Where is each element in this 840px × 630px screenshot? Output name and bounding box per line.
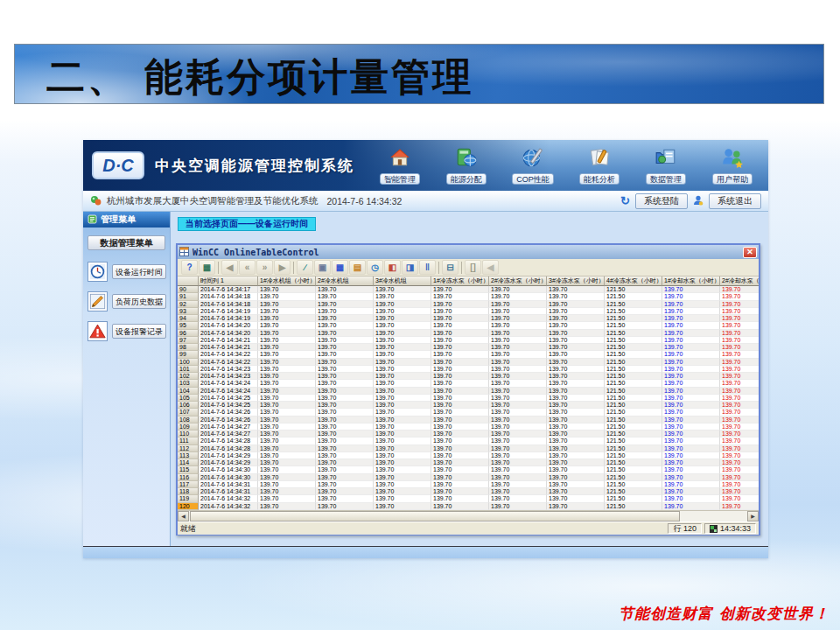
scroll-left-icon[interactable]: ◀	[178, 511, 189, 522]
fast-back-icon[interactable]: «	[239, 260, 256, 275]
export-data-icon[interactable]: ◧	[384, 260, 401, 275]
table-row[interactable]: 932014-7-6 14:34:19139.70139.70139.70139…	[178, 308, 759, 315]
scrollbar-thumb[interactable]	[190, 511, 680, 522]
import-data-icon[interactable]: ◨	[402, 260, 418, 275]
value-cell: 139.70	[374, 424, 431, 430]
nav-item-user-help[interactable]: 用户帮助	[705, 146, 760, 185]
column-header[interactable]: 1#冷冻水泵（小时）	[431, 276, 489, 286]
fast-forward-icon[interactable]: »	[256, 260, 273, 275]
value-cell: 139.70	[431, 488, 489, 495]
nav-item-energy-distribution[interactable]: 能源分配	[439, 146, 494, 185]
value-cell: 139.70	[662, 438, 720, 444]
sidebar-item-pencil[interactable]: 负荷历史数据	[88, 291, 166, 312]
sidebar-menu-title[interactable]: 数据管理菜单	[88, 235, 165, 250]
nav-item-cop-performance[interactable]: COP性能	[506, 146, 560, 185]
table-row[interactable]: 1142014-7-6 14:34:29139.70139.70139.7013…	[178, 459, 759, 466]
column-header[interactable]: 1#冷却水泵（小时）	[662, 276, 720, 286]
scroll-right-icon[interactable]: ▶	[747, 511, 759, 522]
time-base-icon[interactable]: ▤	[349, 260, 366, 275]
close-icon[interactable]: ✕	[743, 247, 757, 258]
time-cell: 2014-7-6 14:34:30	[199, 474, 258, 481]
value-cell: 121.50	[605, 315, 662, 322]
system-logout-button[interactable]: 系统退出	[709, 193, 761, 209]
value-cell: 139.70	[374, 344, 431, 351]
nav-item-home[interactable]: 智能管理	[373, 146, 427, 185]
column-header[interactable]: 2#冷却水泵（小时）	[720, 276, 759, 286]
table-row[interactable]: 992014-7-6 14:34:22139.70139.70139.70139…	[178, 351, 759, 358]
value-cell: 139.70	[489, 301, 547, 308]
pause-icon[interactable]: ‖	[419, 260, 436, 275]
sidebar-item-alarm-triangle[interactable]: 设备报警记录	[88, 321, 166, 341]
last-record-icon[interactable]: ▶	[274, 260, 290, 275]
value-cell: 139.70	[258, 424, 316, 430]
value-cell: 139.70	[662, 402, 720, 409]
table-row[interactable]: 1202014-7-6 14:34:32139.70139.70139.7013…	[178, 503, 759, 510]
table-row[interactable]: 1152014-7-6 14:34:30139.70139.70139.7013…	[178, 466, 759, 473]
table-row[interactable]: 1042014-7-6 14:34:24139.70139.70139.7013…	[178, 388, 759, 395]
table-row[interactable]: 1022014-7-6 14:34:23139.70139.70139.7013…	[178, 373, 759, 380]
column-header[interactable]: 4#冷冻水泵（小时）	[605, 276, 662, 286]
table-row[interactable]: 1162014-7-6 14:34:30139.70139.70139.7013…	[178, 474, 759, 481]
sidebar-item-clock[interactable]: 设备运行时间	[88, 262, 166, 282]
config-icon[interactable]: ▦	[199, 260, 215, 275]
column-header[interactable]: 3#冷水机组	[374, 276, 431, 286]
value-cell: 139.70	[662, 293, 720, 300]
nav-item-data-management[interactable]: 数据管理	[639, 146, 693, 185]
go-first-icon[interactable]: ◀	[482, 260, 499, 275]
table-row[interactable]: 1092014-7-6 14:34:27139.70139.70139.7013…	[178, 424, 759, 430]
table-row[interactable]: 982014-7-6 14:34:21139.70139.70139.70139…	[178, 344, 759, 351]
column-header[interactable]: 2#冷水机组	[316, 276, 374, 286]
value-cell: 139.70	[374, 402, 431, 409]
table-row[interactable]: 942014-7-6 14:34:19139.70139.70139.70139…	[178, 315, 759, 322]
horizontal-scrollbar[interactable]: ◀ ▶	[178, 510, 759, 522]
table-row[interactable]: 972014-7-6 14:34:21139.70139.70139.70139…	[178, 337, 759, 344]
table-row[interactable]: 1062014-7-6 14:34:25139.70139.70139.7013…	[178, 402, 759, 409]
table-row[interactable]: 1172014-7-6 14:34:31139.70139.70139.7013…	[178, 481, 759, 488]
row-number-cell: 115	[178, 466, 199, 473]
table-row[interactable]: 922014-7-6 14:34:18139.70139.70139.70139…	[178, 301, 759, 308]
first-record-icon[interactable]: ◀	[221, 260, 238, 275]
help-icon[interactable]: ?	[181, 260, 198, 275]
table-row[interactable]: 912014-7-6 14:34:18139.70139.70139.70139…	[178, 293, 759, 300]
column-header[interactable]: 2#冷冻水泵（小时）	[489, 276, 547, 286]
print-icon[interactable]: ⊟	[442, 260, 458, 275]
table-row[interactable]: 962014-7-6 14:34:20139.70139.70139.70139…	[178, 330, 759, 337]
value-cell: 139.70	[720, 416, 759, 424]
table-row[interactable]: 1102014-7-6 14:34:27139.70139.70139.7013…	[178, 430, 759, 438]
table-row[interactable]: 1072014-7-6 14:34:26139.70139.70139.7013…	[178, 409, 759, 416]
copy-icon[interactable]: ▣	[314, 260, 331, 275]
select-range-icon[interactable]: []	[465, 260, 481, 275]
column-header[interactable]: 1#冷水机组（小时）	[258, 276, 316, 286]
value-cell: 121.50	[605, 438, 662, 444]
value-cell: 139.70	[431, 481, 489, 488]
table-row[interactable]: 1112014-7-6 14:34:28139.70139.70139.7013…	[178, 438, 759, 444]
table-row[interactable]: 1192014-7-6 14:34:32139.70139.70139.7013…	[178, 495, 759, 502]
value-cell: 121.50	[605, 395, 662, 402]
refresh-icon[interactable]: ↻	[620, 194, 630, 207]
column-header[interactable]: 时间列 1	[199, 276, 258, 286]
table-row[interactable]: 1002014-7-6 14:34:22139.70139.70139.7013…	[178, 359, 759, 366]
value-cell: 139.70	[374, 359, 431, 366]
table-row[interactable]: 902014-7-6 14:34:17139.70139.70139.70139…	[178, 286, 759, 293]
value-cell: 139.70	[489, 452, 547, 459]
table-row[interactable]: 1182014-7-6 14:34:31139.70139.70139.7013…	[178, 488, 759, 495]
nav-item-energy-analysis[interactable]: 能耗分析	[572, 146, 626, 185]
table-row[interactable]: 1122014-7-6 14:34:28139.70139.70139.7013…	[178, 445, 759, 452]
table-row[interactable]: 1012014-7-6 14:34:23139.70139.70139.7013…	[178, 366, 759, 373]
value-cell: 139.70	[720, 495, 759, 502]
value-cell: 139.70	[547, 481, 605, 488]
edit-pen-icon[interactable]: ∕	[297, 260, 313, 275]
timer-icon[interactable]: ◷	[367, 260, 383, 275]
column-header[interactable]: 3#冷冻水泵（小时）	[547, 276, 605, 286]
select-columns-icon[interactable]: ▦	[332, 260, 348, 275]
row-number-cell: 107	[178, 409, 199, 416]
table-row[interactable]: 1132014-7-6 14:34:29139.70139.70139.7013…	[178, 452, 759, 459]
app-screenshot: D·C 中央空调能源管理控制系统 智能管理能源分配COP性能能耗分析数据管理用户…	[83, 140, 768, 558]
table-row[interactable]: 1052014-7-6 14:34:25139.70139.70139.7013…	[178, 395, 759, 402]
value-cell: 139.70	[316, 344, 374, 351]
system-login-button[interactable]: 系统登陆	[635, 193, 688, 209]
table-row[interactable]: 952014-7-6 14:34:20139.70139.70139.70139…	[178, 322, 759, 329]
value-cell: 121.50	[605, 402, 662, 409]
table-row[interactable]: 1082014-7-6 14:34:26139.70139.70139.7013…	[178, 416, 759, 424]
table-row[interactable]: 1032014-7-6 14:34:24139.70139.70139.7013…	[178, 380, 759, 387]
